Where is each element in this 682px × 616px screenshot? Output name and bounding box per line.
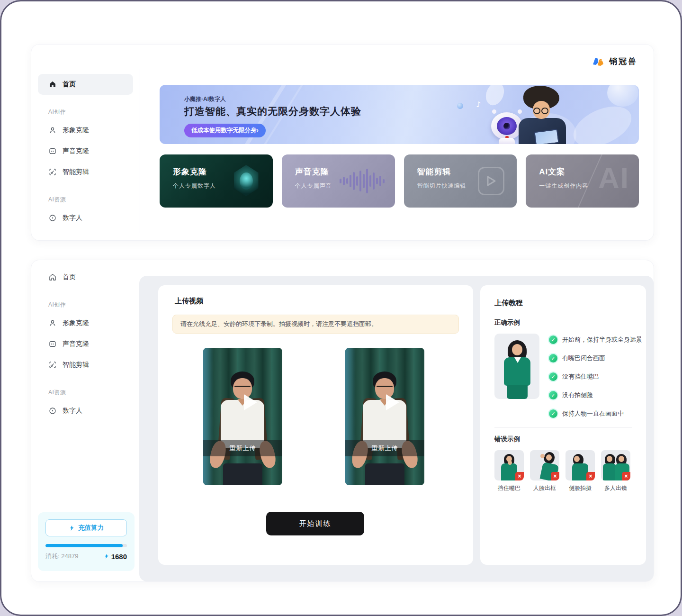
home-icon (48, 80, 57, 89)
banner-title: 打造智能、真实的无限分身数字人体验 (184, 105, 361, 118)
waveform-icon (340, 154, 385, 208)
boy-tablet (534, 129, 559, 144)
consumed-stat: 消耗: 24879 (45, 552, 78, 561)
credits-progress-fill (45, 544, 123, 547)
sidebar-item-digital-human[interactable]: 数字人 (38, 400, 134, 421)
person-figure (234, 386, 251, 390)
robot-ear (492, 109, 496, 114)
person-figure (365, 463, 404, 485)
crop-edit-icon (48, 361, 57, 369)
tutorial-title: 上传教程 (494, 299, 523, 308)
play-icon (244, 394, 257, 410)
sidebar-item-label: 形象克隆 (63, 126, 89, 135)
play-icon (386, 394, 399, 410)
video-thumbnail-2[interactable]: 重新上传 (345, 348, 424, 485)
feature-card-image-clone[interactable]: 形象克隆 个人专属数字人 (160, 154, 273, 208)
sidebar-item-home[interactable]: 首页 (38, 74, 133, 95)
robot-eye (503, 123, 510, 129)
feature-card-voice-clone[interactable]: 声音克隆 个人专属声音 (282, 154, 395, 208)
sidebar-item-voice-clone[interactable]: 声音克隆 (38, 334, 134, 354)
boy-glasses (533, 108, 540, 114)
promo-banner: ♪ 小魔推·AI数字人 打造智能、真实的无限分身数字人体验 低成本使用数字无限分… (160, 85, 639, 144)
video-thumbnail-1[interactable]: 重新上传 (203, 348, 282, 485)
sidebar-item-smart-edit[interactable]: 智能剪辑 (38, 354, 134, 375)
recording-notice: 请在光线充足、安静的环境下录制。拍摄视频时，请注意不要遮挡面部。 (172, 315, 459, 334)
face-glow-icon (240, 172, 253, 190)
wrong-example-image: × (601, 450, 630, 480)
brand-logo: 销冠兽 (592, 56, 637, 67)
sidebar-item-label: 首页 (63, 80, 76, 89)
home-icon (48, 273, 57, 281)
banner-eyebrow: 小魔推·AI数字人 (184, 95, 226, 103)
woman-figure (514, 357, 521, 363)
reupload-overlay-button[interactable]: 重新上传 (345, 440, 424, 456)
upload-video-title: 上传视频 (175, 297, 203, 306)
credits-widget: 充值算力 消耗: 24879 1680 (38, 512, 135, 571)
wrong-example: × 挡住嘴巴 (494, 450, 524, 492)
sidebar-item-label: 数字人 (63, 407, 82, 415)
sidebar-section-ai-resource: AI资源 (48, 389, 140, 397)
sidebar-item-label: 数字人 (63, 214, 82, 222)
wrong-example-image: × (565, 450, 595, 480)
error-x-icon: × (586, 472, 595, 480)
recharge-button[interactable]: 充值算力 (45, 519, 127, 536)
checklist-item: ✓ 保持人物一直在画面中 (549, 409, 624, 418)
feature-card-smart-edit[interactable]: 智能剪辑 智能切片快速编辑 (404, 154, 517, 208)
check-icon: ✓ (549, 354, 557, 362)
sidebar-item-image-clone[interactable]: 形象克隆 (38, 313, 134, 334)
wrong-examples-grid: × 挡住嘴巴 × 人脸出框 × (494, 450, 630, 492)
wrong-example-title: 错误示例 (494, 435, 520, 444)
banner-bubble (607, 85, 638, 107)
feature-card-ai-copywriting[interactable]: AI AI文案 一键生成创作内容 (526, 154, 639, 208)
wrong-example-image: × (494, 450, 524, 480)
check-icon: ✓ (549, 335, 557, 344)
voice-icon (48, 147, 57, 155)
divider (494, 427, 632, 428)
start-training-button[interactable]: 开始训练 (266, 512, 364, 535)
sidebar-item-image-clone[interactable]: 形象克隆 (38, 120, 133, 141)
sidebar-item-label: 首页 (63, 273, 76, 281)
error-x-icon: × (622, 472, 630, 480)
bolt-icon (69, 525, 75, 532)
play-square-icon (478, 167, 504, 195)
woman-figure (512, 344, 522, 355)
banner-ball (457, 103, 463, 109)
dashboard-panel: 销冠兽 首页 AI创作 形象克隆 声音克隆 (31, 44, 654, 241)
digital-human-icon (48, 407, 57, 415)
music-note-icon: ♪ (476, 100, 481, 109)
tutorial-card: 上传教程 正确示例 ✓ 开始前，保持半身或全身远景 ✓ 有嘴巴闭合画面 (480, 285, 646, 565)
boy-glasses (541, 108, 548, 114)
brand-beast-icon (592, 56, 605, 67)
wrong-example-image: × (530, 450, 559, 480)
balance-stat: 1680 (104, 553, 127, 561)
sidebar-bottom: 首页 AI创作 形象克隆 声音克隆 智能剪辑 (31, 267, 140, 506)
person-icon (48, 319, 57, 327)
banner-cta-button[interactable]: 低成本使用数字无限分身› (184, 124, 266, 137)
sidebar-item-label: 形象克隆 (63, 319, 89, 327)
sidebar-item-home[interactable]: 首页 (38, 267, 134, 288)
checklist-item: ✓ 没有拍侧脸 (549, 391, 593, 399)
person-icon (48, 126, 57, 135)
sidebar-item-voice-clone[interactable]: 声音克隆 (38, 141, 133, 162)
ai-letters-icon: AI (598, 161, 629, 195)
reupload-overlay-button[interactable]: 重新上传 (203, 440, 282, 456)
correct-example-image (494, 334, 539, 399)
woman-figure (507, 385, 528, 399)
sidebar-item-digital-human[interactable]: 数字人 (38, 208, 133, 228)
brand-name: 销冠兽 (609, 56, 637, 67)
upload-video-card: 上传视频 请在光线充足、安静的环境下录制。拍摄视频时，请注意不要遮挡面部。 重新… (158, 285, 473, 565)
wrong-example: × 侧脸拍摄 (565, 450, 595, 492)
feature-cards-row: 形象克隆 个人专属数字人 声音克隆 个人专属声音 (160, 154, 639, 208)
sidebar-section-ai-create: AI创作 (48, 301, 140, 309)
bolt-icon (104, 553, 109, 560)
recharge-button-label: 充值算力 (78, 524, 104, 532)
sidebar-item-smart-edit[interactable]: 智能剪辑 (38, 162, 133, 182)
person-figure (377, 386, 393, 390)
voice-icon (48, 340, 57, 348)
crop-edit-icon (48, 168, 57, 176)
check-icon: ✓ (549, 409, 557, 418)
upload-page-panel: 首页 AI创作 形象克隆 声音克隆 智能剪辑 (31, 260, 654, 582)
app-window: 销冠兽 首页 AI创作 形象克隆 声音克隆 (0, 0, 682, 616)
error-x-icon: × (515, 472, 524, 480)
robot-body (499, 138, 515, 144)
